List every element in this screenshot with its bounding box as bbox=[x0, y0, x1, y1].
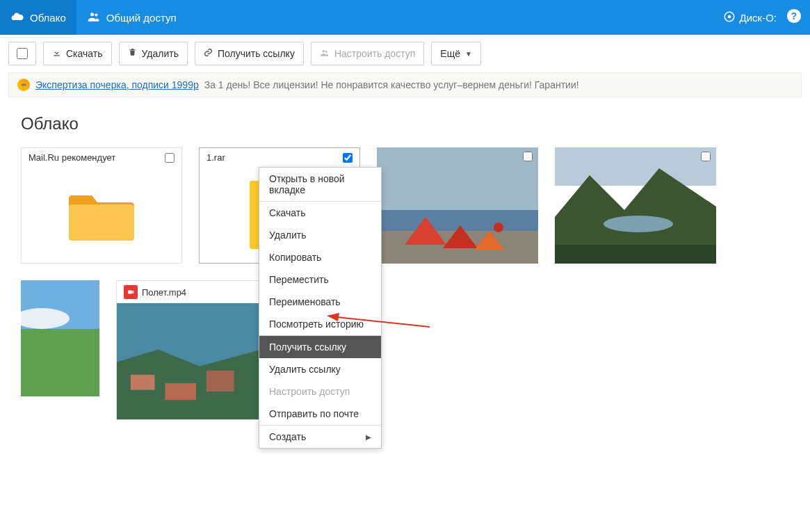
feather-icon: ✒ bbox=[17, 79, 30, 91]
tab-shared-label: Общий доступ bbox=[106, 12, 177, 24]
image-thumbnail bbox=[555, 147, 716, 264]
get-link-button[interactable]: Получить ссылку bbox=[195, 42, 304, 65]
svg-rect-26 bbox=[131, 375, 155, 390]
folder-icon bbox=[67, 187, 136, 243]
svg-point-17 bbox=[604, 216, 673, 232]
svg-rect-27 bbox=[165, 383, 196, 400]
svg-point-14 bbox=[494, 223, 503, 232]
delete-label: Удалить bbox=[142, 48, 179, 59]
svg-rect-8 bbox=[377, 147, 538, 210]
page-title: Облако bbox=[0, 97, 810, 140]
tab-shared[interactable]: Общий доступ bbox=[76, 0, 187, 35]
svg-rect-28 bbox=[206, 371, 234, 392]
video-icon bbox=[124, 285, 138, 299]
people-icon bbox=[87, 10, 101, 26]
toolbar: Скачать Удалить Получить ссылку Настроит… bbox=[0, 35, 810, 72]
svg-rect-18 bbox=[555, 245, 716, 264]
ctx-configure-access[interactable]: Настроить доступ bbox=[259, 380, 381, 403]
ctx-download[interactable]: Скачать bbox=[259, 202, 381, 224]
link-icon bbox=[204, 48, 213, 59]
file-checkbox[interactable] bbox=[523, 152, 533, 161]
download-icon bbox=[52, 48, 61, 59]
download-button[interactable]: Скачать bbox=[43, 42, 112, 65]
video-thumbnail bbox=[117, 303, 277, 419]
svg-rect-20 bbox=[21, 329, 99, 396]
svg-point-7 bbox=[325, 50, 327, 52]
ctx-remove-link[interactable]: Удалить ссылку bbox=[259, 358, 381, 380]
delete-button[interactable]: Удалить bbox=[119, 42, 188, 65]
svg-marker-23 bbox=[132, 291, 133, 294]
ctx-rename[interactable]: Переименовать bbox=[259, 291, 381, 313]
ctx-move[interactable]: Переместить bbox=[259, 268, 381, 291]
tab-cloud-label: Облако bbox=[30, 12, 66, 24]
topbar: Облако Общий доступ Диск-О: ? bbox=[0, 0, 810, 35]
svg-point-3 bbox=[728, 15, 730, 17]
ctx-history[interactable]: Посмотреть историю bbox=[259, 313, 381, 335]
svg-rect-9 bbox=[377, 210, 538, 231]
ad-link[interactable]: Экспертиза почерка, подписи 1999р bbox=[35, 79, 199, 90]
file-checkbox[interactable] bbox=[165, 153, 175, 163]
more-label: Ещё bbox=[440, 48, 460, 59]
file-checkbox[interactable] bbox=[343, 153, 353, 163]
file-grid: Mail.Ru рекомендует 1.rar bbox=[0, 140, 810, 427]
ctx-open-new-tab[interactable]: Открыть в новой вкладке bbox=[259, 168, 381, 201]
ad-banner: ✒ Экспертиза почерка, подписи 1999р За 1… bbox=[8, 72, 802, 97]
configure-access-button[interactable]: Настроить доступ bbox=[311, 42, 424, 65]
svg-rect-22 bbox=[128, 291, 131, 294]
ctx-send-mail[interactable]: Отправить по почте bbox=[259, 403, 381, 425]
disk-o-label: Диск-О: bbox=[740, 12, 777, 24]
tab-cloud[interactable]: Облако bbox=[0, 0, 76, 35]
download-label: Скачать bbox=[66, 48, 103, 59]
ctx-delete[interactable]: Удалить bbox=[259, 224, 381, 246]
image-card[interactable] bbox=[555, 147, 716, 264]
ad-tail: За 1 день! Все лицензии! Не понравится к… bbox=[204, 79, 579, 90]
ctx-copy[interactable]: Копировать bbox=[259, 246, 381, 268]
svg-point-6 bbox=[322, 49, 325, 52]
svg-text:?: ? bbox=[791, 11, 797, 22]
svg-point-1 bbox=[95, 13, 97, 16]
configure-access-label: Настроить доступ bbox=[334, 48, 415, 59]
file-name: 1.rar bbox=[206, 152, 343, 163]
chevron-right-icon: ▶ bbox=[366, 433, 371, 441]
select-all-checkbox[interactable] bbox=[8, 42, 36, 65]
image-thumbnail bbox=[21, 280, 99, 396]
file-name: Полет.mp4 bbox=[142, 287, 260, 298]
file-name: Mail.Ru рекомендует bbox=[29, 152, 165, 163]
trash-icon bbox=[128, 48, 137, 59]
chevron-down-icon: ▼ bbox=[465, 50, 472, 58]
people-icon-small bbox=[320, 48, 330, 60]
disk-icon bbox=[723, 10, 736, 25]
topbar-right: Диск-О: ? bbox=[723, 8, 810, 26]
more-button[interactable]: Ещё ▼ bbox=[431, 42, 481, 65]
svg-rect-15 bbox=[555, 147, 716, 186]
svg-point-0 bbox=[90, 13, 94, 16]
file-checkbox[interactable] bbox=[701, 152, 711, 161]
help-icon[interactable]: ? bbox=[786, 8, 802, 26]
cloud-icon bbox=[10, 10, 24, 26]
folder-card-recommended[interactable]: Mail.Ru рекомендует bbox=[21, 147, 182, 264]
ctx-get-link[interactable]: Получить ссылку bbox=[259, 336, 381, 358]
context-menu: Открыть в новой вкладке Скачать Удалить … bbox=[259, 167, 382, 449]
disk-o-link[interactable]: Диск-О: bbox=[723, 10, 777, 25]
image-thumbnail bbox=[377, 147, 538, 264]
ctx-create[interactable]: Создать ▶ bbox=[259, 426, 381, 448]
get-link-label: Получить ссылку bbox=[218, 48, 295, 59]
image-card[interactable] bbox=[21, 280, 99, 396]
file-card-video[interactable]: Полет.mp4 bbox=[116, 280, 277, 420]
image-card[interactable] bbox=[377, 147, 538, 264]
